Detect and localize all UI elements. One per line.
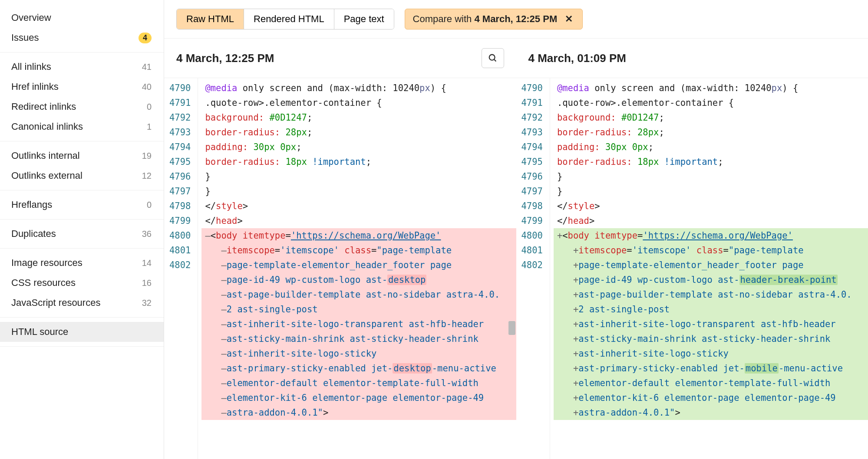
sidebar-item-hreflangs[interactable]: Hreflangs0 [0, 195, 164, 215]
sidebar-item-image-resources[interactable]: Image resources14 [0, 253, 164, 273]
svg-line-1 [494, 59, 496, 62]
sidebar-item-href-inlinks[interactable]: Href inlinks40 [0, 77, 164, 97]
sidebar-item-label: Href inlinks [11, 81, 59, 92]
diff-viewer: 4790479147924793479447954796479747984799… [164, 78, 868, 459]
sidebar-item-label: HTML source [11, 326, 68, 338]
code-left: @media only screen and (max-width: 10240… [198, 78, 516, 459]
tab-raw-html[interactable]: Raw HTML [177, 9, 244, 29]
sidebar-item-duplicates[interactable]: Duplicates36 [0, 224, 164, 244]
sidebar-item-label: Canonical inlinks [11, 121, 83, 132]
sidebar-item-count: 32 [142, 298, 152, 308]
sidebar-item-label: CSS resources [11, 277, 76, 289]
sidebar-item-outlinks-internal[interactable]: Outlinks internal19 [0, 146, 164, 166]
sidebar-item-count: 36 [142, 229, 152, 239]
left-snapshot-title: 4 March, 12:25 PM [176, 52, 274, 65]
sidebar-item-label: Outlinks external [11, 170, 83, 181]
toolbar: Raw HTMLRendered HTMLPage text Compare w… [164, 0, 868, 39]
right-snapshot-title: 4 March, 01:09 PM [528, 52, 626, 65]
sidebar: OverviewIssues4All inlinks41Href inlinks… [0, 0, 164, 459]
sidebar-item-label: Hreflangs [11, 199, 52, 210]
right-snapshot-header: 4 March, 01:09 PM [516, 39, 868, 78]
sidebar-item-issues[interactable]: Issues4 [0, 28, 164, 48]
left-code-pane[interactable]: 4790479147924793479447954796479747984799… [164, 78, 516, 459]
sidebar-item-label: Duplicates [11, 228, 56, 239]
issues-badge: 4 [139, 33, 152, 43]
sidebar-item-label: Outlinks internal [11, 150, 80, 161]
tab-page-text[interactable]: Page text [334, 9, 394, 29]
search-button[interactable] [482, 48, 504, 68]
sidebar-item-label: All inlinks [11, 61, 51, 72]
sidebar-item-count: 0 [147, 200, 152, 210]
sidebar-item-count: 0 [147, 102, 152, 112]
search-icon [488, 53, 498, 63]
right-code-pane[interactable]: 4790479147924793479447954796479747984799… [516, 78, 868, 459]
close-icon[interactable]: ✕ [563, 13, 574, 25]
sidebar-item-count: 12 [142, 171, 152, 181]
main-panel: Raw HTMLRendered HTMLPage text Compare w… [164, 0, 868, 459]
sidebar-item-count: 19 [142, 151, 152, 161]
compare-label: Compare with 4 March, 12:25 PM [413, 13, 558, 25]
sidebar-item-html-source[interactable]: HTML source [0, 322, 164, 342]
sidebar-item-outlinks-external[interactable]: Outlinks external12 [0, 166, 164, 186]
sidebar-item-overview[interactable]: Overview [0, 8, 164, 28]
left-snapshot-header: 4 March, 12:25 PM [164, 39, 516, 78]
sidebar-item-canonical-inlinks[interactable]: Canonical inlinks1 [0, 117, 164, 137]
sidebar-item-redirect-inlinks[interactable]: Redirect inlinks0 [0, 97, 164, 117]
scrollbar-thumb[interactable] [508, 321, 515, 335]
sidebar-item-label: Issues [11, 32, 39, 43]
snapshot-headers: 4 March, 12:25 PM 4 March, 01:09 PM [164, 39, 868, 78]
code-right: @media only screen and (max-width: 10240… [550, 78, 868, 459]
sidebar-item-count: 1 [147, 122, 152, 132]
sidebar-item-count: 41 [142, 62, 152, 72]
sidebar-item-label: JavaScript resources [11, 297, 100, 308]
sidebar-item-label: Redirect inlinks [11, 101, 76, 112]
sidebar-item-css-resources[interactable]: CSS resources16 [0, 273, 164, 293]
sidebar-item-count: 14 [142, 258, 152, 268]
tab-rendered-html[interactable]: Rendered HTML [244, 9, 334, 29]
sidebar-item-count: 16 [142, 278, 152, 288]
line-numbers-left: 4790479147924793479447954796479747984799… [164, 78, 198, 459]
svg-point-0 [489, 55, 495, 60]
line-numbers-right: 4790479147924793479447954796479747984799… [516, 78, 550, 459]
sidebar-item-javascript-resources[interactable]: JavaScript resources32 [0, 293, 164, 313]
sidebar-item-label: Overview [11, 12, 51, 23]
sidebar-item-count: 40 [142, 82, 152, 92]
sidebar-item-label: Image resources [11, 257, 83, 269]
compare-button[interactable]: Compare with 4 March, 12:25 PM ✕ [405, 9, 583, 30]
sidebar-item-all-inlinks[interactable]: All inlinks41 [0, 57, 164, 77]
view-tabs: Raw HTMLRendered HTMLPage text [176, 9, 394, 30]
